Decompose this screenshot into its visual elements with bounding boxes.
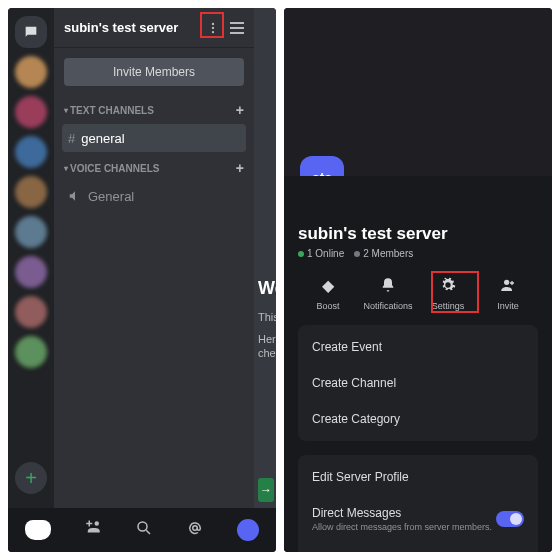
svg-point-5	[504, 280, 509, 285]
server-icon[interactable]	[15, 256, 47, 288]
user-avatar[interactable]	[237, 519, 259, 541]
channel-item-general[interactable]: # general	[62, 124, 246, 152]
server-icon[interactable]	[15, 216, 47, 248]
chat-icon	[23, 24, 39, 40]
edit-server-profile-item[interactable]: Edit Server Profile	[298, 459, 538, 495]
server-header[interactable]: subin's test server	[54, 8, 254, 48]
dm-toggle[interactable]	[496, 511, 524, 527]
add-server-button[interactable]: +	[15, 462, 47, 494]
send-arrow-icon[interactable]: →	[258, 478, 274, 502]
speaker-icon	[68, 189, 82, 203]
chevron-down-icon: ▾	[64, 164, 68, 173]
direct-messages-item[interactable]: Direct Messages Allow direct messages fr…	[298, 495, 538, 543]
person-add-icon	[496, 273, 520, 297]
bottom-nav	[8, 508, 276, 552]
create-event-item[interactable]: Create Event	[298, 329, 538, 365]
bell-icon	[376, 273, 400, 297]
create-channel-icon[interactable]: +	[236, 160, 244, 176]
svg-point-3	[138, 522, 147, 531]
server-name-label: subin's test server	[64, 20, 178, 35]
server-icon[interactable]	[15, 296, 47, 328]
highlight-annotation	[200, 12, 224, 38]
notifications-button[interactable]: Notifications	[360, 273, 416, 311]
highlight-annotation	[431, 271, 479, 313]
mentions-icon[interactable]	[186, 519, 204, 541]
friends-icon[interactable]	[84, 519, 102, 541]
hash-icon: #	[68, 131, 75, 146]
server-icon[interactable]	[15, 176, 47, 208]
search-icon[interactable]	[135, 519, 153, 541]
create-category-item[interactable]: Create Category	[298, 401, 538, 437]
server-status: 1 Online 2 Members	[298, 248, 538, 259]
main-content-peek: We This Here chec →	[254, 8, 276, 552]
server-icon[interactable]	[15, 336, 47, 368]
chevron-down-icon: ▾	[64, 106, 68, 115]
invite-button[interactable]: Invite	[480, 273, 536, 311]
discord-icon[interactable]	[25, 520, 51, 540]
menu-button[interactable]	[230, 22, 244, 34]
channel-category-text[interactable]: ▾ TEXT CHANNELS +	[54, 96, 254, 124]
voice-channel-item[interactable]: General	[62, 182, 246, 210]
channel-category-voice[interactable]: ▾ VOICE CHANNELS +	[54, 154, 254, 182]
boost-icon: ◆	[316, 273, 340, 297]
server-name-heading: subin's test server	[298, 224, 538, 244]
invite-members-button[interactable]: Invite Members	[64, 58, 244, 86]
create-channel-icon[interactable]: +	[236, 102, 244, 118]
server-icon[interactable]	[15, 56, 47, 88]
hide-muted-item[interactable]: Hide Muted Channels	[298, 543, 538, 552]
boost-button[interactable]: ◆ Boost	[300, 273, 356, 311]
server-icon[interactable]	[15, 136, 47, 168]
create-channel-item[interactable]: Create Channel	[298, 365, 538, 401]
server-icon[interactable]	[15, 96, 47, 128]
dm-pill[interactable]	[15, 16, 47, 48]
